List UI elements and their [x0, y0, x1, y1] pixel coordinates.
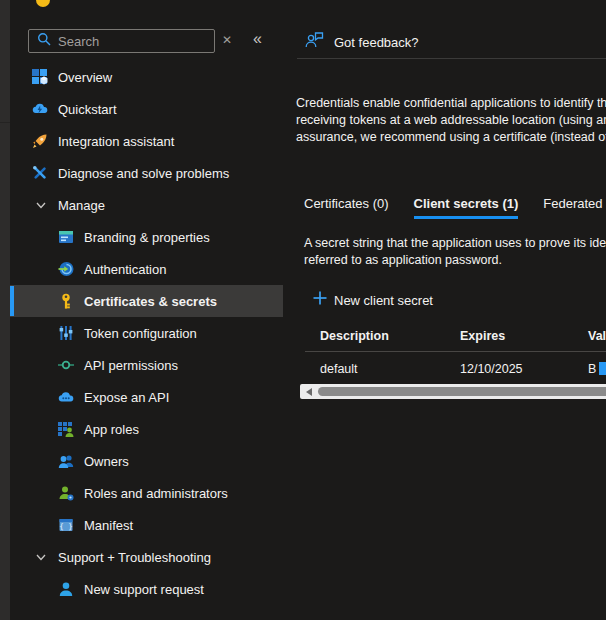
sidebar-item-app-roles[interactable]: App roles: [10, 413, 283, 445]
sidebar-item-expose-api[interactable]: Expose an API: [10, 381, 283, 413]
feedback-person-bubble-icon: [305, 31, 325, 53]
sidebar-item-manifest[interactable]: { } Manifest: [10, 509, 283, 541]
sidebar-item-label: Manifest: [84, 518, 133, 533]
sidebar-item-certificates-secrets[interactable]: Certificates & secrets: [10, 285, 283, 317]
clipped-key-icon: [36, 0, 50, 12]
sidebar-item-authentication[interactable]: Authentication: [10, 253, 283, 285]
column-header-value[interactable]: Value: [588, 329, 606, 343]
plus-icon: [313, 291, 327, 309]
scrollbar-thumb[interactable]: [318, 387, 606, 396]
sidebar-item-branding[interactable]: Branding & properties: [10, 221, 283, 253]
sidebar-item-label: Integration assistant: [58, 134, 174, 149]
search-box[interactable]: [28, 29, 215, 53]
sidebar-item-diagnose[interactable]: Diagnose and solve problems: [10, 157, 283, 189]
search-input[interactable]: [58, 34, 188, 49]
sidebar-item-roles-administrators[interactable]: Roles and administrators: [10, 477, 283, 509]
sidebar-item-label: Owners: [84, 454, 129, 469]
credentials-intro-text: Credentials enable confidential applicat…: [296, 95, 606, 146]
got-feedback-button[interactable]: Got feedback?: [305, 31, 419, 53]
overview-grid-icon: [32, 69, 48, 85]
sidebar-item-api-permissions[interactable]: API permissions: [10, 349, 283, 381]
person-admin-icon: [58, 485, 74, 501]
sidebar-item-label: Overview: [58, 70, 112, 85]
sidebar-item-label: Authentication: [84, 262, 166, 277]
sidebar-item-new-support-request[interactable]: New support request: [10, 573, 283, 605]
tab-certificates[interactable]: Certificates (0): [304, 196, 389, 219]
branding-picture-icon: [58, 229, 74, 245]
support-person-icon: [58, 581, 74, 597]
sidebar-section-manage[interactable]: Manage: [10, 189, 283, 221]
client-secret-description: A secret string that the application use…: [304, 235, 606, 269]
sidebar-item-label: Expose an API: [84, 390, 169, 405]
tab-federated-credentials[interactable]: Federated credentials (0): [543, 196, 606, 219]
rocket-icon: [32, 133, 48, 149]
sidebar: ✕ « Overview Quickstart Integration assi…: [10, 0, 283, 620]
sidebar-item-integration-assistant[interactable]: Integration assistant: [10, 125, 283, 157]
api-node-icon: [58, 357, 74, 373]
search-icon: [37, 32, 51, 50]
feedback-label: Got feedback?: [334, 35, 419, 50]
authentication-icon: [58, 261, 74, 277]
sidebar-item-label: Quickstart: [58, 102, 117, 117]
sidebar-item-owners[interactable]: Owners: [10, 445, 283, 477]
tab-client-secrets[interactable]: Client secrets (1): [414, 196, 519, 219]
sidebar-section-label: Support + Troubleshooting: [58, 550, 211, 565]
sidebar-item-label: Certificates & secrets: [84, 294, 217, 309]
table-header-divider: [305, 351, 606, 352]
rail-seam: [0, 122, 10, 123]
chevron-down-icon: [33, 551, 48, 563]
cell-value-clipped-fragment: [599, 362, 606, 375]
two-people-icon: [58, 453, 74, 469]
sidebar-section-support-troubleshooting[interactable]: Support + Troubleshooting: [10, 541, 283, 573]
sidebar-item-label: App roles: [84, 422, 139, 437]
svg-text:{ }: { }: [59, 522, 73, 531]
sidebar-section-label: Manage: [58, 198, 105, 213]
sidebar-item-label: New support request: [84, 582, 204, 597]
sidebar-nav: Overview Quickstart Integration assistan…: [10, 61, 283, 605]
sidebar-item-label: Diagnose and solve problems: [58, 166, 229, 181]
cloud-lightning-icon: [32, 101, 48, 117]
left-rail: [0, 0, 10, 620]
new-client-secret-label: New client secret: [334, 293, 433, 308]
manifest-code-icon: { }: [58, 517, 74, 533]
chevron-down-icon: [33, 199, 48, 211]
tools-icon: [32, 165, 48, 181]
cell-expires: 12/10/2025: [460, 362, 523, 376]
sidebar-item-label: Branding & properties: [84, 230, 210, 245]
sidebar-item-quickstart[interactable]: Quickstart: [10, 93, 283, 125]
key-icon: [58, 293, 74, 309]
sidebar-item-token-configuration[interactable]: Token configuration: [10, 317, 283, 349]
grid-person-icon: [58, 421, 74, 437]
new-client-secret-button[interactable]: New client secret: [313, 291, 433, 309]
column-header-description[interactable]: Description: [320, 329, 389, 343]
clear-search-icon[interactable]: ✕: [222, 33, 232, 47]
sidebar-item-label: Token configuration: [84, 326, 197, 341]
scroll-left-arrow-icon[interactable]: [306, 388, 312, 396]
sidebar-item-label: Roles and administrators: [84, 486, 228, 501]
horizontal-scrollbar[interactable]: [300, 384, 606, 399]
sidebar-item-label: API permissions: [84, 358, 178, 373]
toolbar-divider: [297, 58, 606, 59]
sliders-icon: [58, 325, 74, 341]
tab-bar: Certificates (0) Client secrets (1) Fede…: [304, 196, 606, 219]
column-header-expires[interactable]: Expires: [460, 329, 505, 343]
collapse-menu-icon[interactable]: «: [253, 30, 262, 48]
sidebar-item-overview[interactable]: Overview: [10, 61, 283, 93]
cell-value: B: [588, 362, 596, 376]
cloud-api-icon: [58, 389, 74, 405]
cell-description: default: [320, 362, 358, 376]
